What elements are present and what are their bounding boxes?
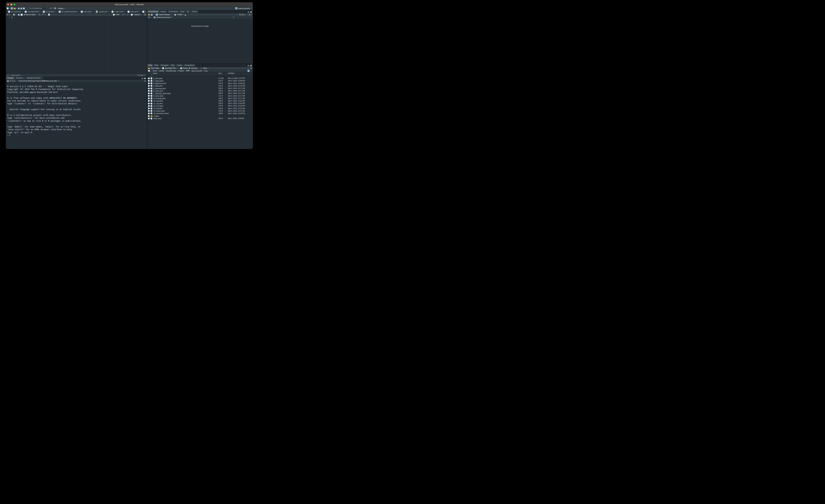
run-previous-icon[interactable]: [125, 13, 126, 16]
delete-button[interactable]: Delete: [180, 67, 188, 69]
more-button[interactable]: More: [201, 67, 209, 69]
file-checkbox[interactable]: [148, 97, 150, 99]
file-checkbox[interactable]: [148, 103, 150, 104]
find-replace-icon[interactable]: [39, 14, 40, 15]
maximize-pane-icon[interactable]: [250, 65, 252, 66]
file-checkbox[interactable]: [148, 100, 150, 102]
tab-files[interactable]: Files: [147, 64, 153, 67]
editor-tab[interactable]: 13_kpi.qmd: [42, 10, 58, 13]
list-view-button[interactable]: List: [239, 14, 246, 15]
save-all-button[interactable]: [20, 8, 22, 9]
file-checkbox[interactable]: [148, 113, 150, 114]
file-row[interactable]: 4_data.qmd161 BMar 6, 2024, 12:16 PM: [147, 85, 253, 87]
more-options-icon[interactable]: [250, 71, 252, 71]
close-tab-icon[interactable]: [41, 77, 42, 79]
compile-report-icon[interactable]: [48, 14, 50, 15]
tab-packages[interactable]: Packages: [160, 64, 170, 67]
open-directory-icon[interactable]: [58, 80, 59, 82]
file-checkbox[interactable]: [148, 110, 150, 112]
refresh-files-icon[interactable]: [250, 67, 252, 69]
rerun-icon[interactable]: [123, 13, 124, 16]
tab-viewer[interactable]: Viewer: [176, 64, 183, 67]
tab-build[interactable]: Build: [179, 10, 185, 13]
breadcrumb-item[interactable]: 授業: [186, 70, 190, 72]
refresh-environment-button[interactable]: [249, 13, 252, 16]
maximize-pane-icon[interactable]: [250, 11, 252, 13]
file-row[interactable]: 2_setup.qmd222 BMar 6, 2024, 12:08 PM: [147, 80, 253, 82]
editor-tab[interactable]: 14_report.qmd: [24, 10, 42, 13]
code-editor[interactable]: 1: [6, 16, 147, 74]
filetype-selector[interactable]: R Script: [137, 74, 146, 76]
minimize-pane-icon[interactable]: [248, 11, 249, 13]
file-row[interactable]: 10_mgt.qmd159 BMar 6, 2024, 12:18 PM: [147, 100, 253, 102]
editor-tab[interactable]: _quarto.yml: [95, 10, 110, 13]
run-button[interactable]: Run: [113, 14, 119, 15]
new-folder-button[interactable]: New Folder: [148, 67, 159, 69]
tab-presentation[interactable]: Presentation: [183, 64, 196, 67]
project-menu-button[interactable]: R data-accg-web: [235, 7, 252, 9]
console-input-line[interactable]: >: [7, 134, 147, 137]
workspace-panes-button[interactable]: [54, 7, 57, 9]
file-row[interactable]: 7_earnings_stock.qmd180 BMar 6, 2024, 12…: [147, 92, 253, 94]
file-checkbox[interactable]: [148, 90, 150, 92]
new-blank-file-button[interactable]: New Blank File: [162, 67, 177, 69]
maximize-pane-icon[interactable]: [144, 78, 146, 79]
tab-history[interactable]: History: [159, 10, 167, 13]
file-checkbox[interactable]: [148, 115, 150, 117]
scroll-tabs-left-icon[interactable]: [6, 11, 7, 13]
close-tab-icon[interactable]: [139, 11, 140, 12]
file-checkbox[interactable]: [148, 88, 150, 89]
new-project-button[interactable]: R: [11, 7, 13, 9]
close-tab-icon[interactable]: [78, 11, 79, 12]
file-row[interactable]: 14_report.qmd170 BMar 6, 2024, 12:21 PM: [147, 110, 253, 112]
select-all-checkbox[interactable]: [148, 70, 150, 72]
profiler-icon[interactable]: [144, 80, 146, 82]
tab-tutorial[interactable]: Tutorial: [191, 10, 199, 13]
tab-plots[interactable]: Plots: [153, 64, 159, 67]
editor-tab[interactable]: 15_experiment.qmd: [58, 10, 80, 13]
editor-tab[interactable]: index.qmd: [80, 10, 94, 13]
close-tab-icon[interactable]: [21, 11, 22, 12]
tab-connections[interactable]: Connections: [167, 10, 179, 13]
print-button[interactable]: [23, 8, 25, 9]
column-modified[interactable]: Modified: [228, 72, 253, 74]
breadcrumb-item[interactable]: class: [204, 70, 208, 72]
run-next-icon[interactable]: [127, 13, 128, 16]
breadcrumb-item[interactable]: Dropbox: [178, 70, 184, 72]
save-workspace-icon[interactable]: [151, 14, 153, 15]
close-tab-icon[interactable]: [108, 11, 109, 12]
editor-tab[interactable]: 1_intro.qmd: [110, 10, 126, 13]
memory-usage-button[interactable]: 72 MiB: [174, 14, 183, 15]
tab-console[interactable]: Console: [6, 76, 15, 80]
tab-help[interactable]: Help: [170, 64, 176, 67]
code-tools-icon[interactable]: [42, 14, 44, 16]
tab-background-jobs[interactable]: Background Jobs: [26, 76, 44, 80]
editor-tab[interactable]: 12_cost.qmd: [7, 10, 24, 13]
tab-environment[interactable]: Environment: [147, 10, 159, 13]
tab-git[interactable]: Git: [185, 10, 190, 13]
file-row[interactable]: 9_anomaly.qmd192 BMar 6, 2024, 12:17 PM: [147, 97, 253, 100]
language-selector[interactable]: R: [148, 16, 151, 18]
console-output[interactable]: R version 4.3.3 (2024-02-29) -- "Angel F…: [6, 82, 147, 137]
close-tab-icon[interactable]: [92, 11, 93, 12]
close-window-button[interactable]: [7, 4, 9, 5]
file-row[interactable]: 6_stock.qmd138 BMar 6, 2024, 12:17 PM: [147, 90, 253, 92]
file-row[interactable]: index.qmd101 BMar 3, 2024, 1:08 AM: [147, 117, 253, 120]
file-row-parent-dir[interactable]: ..: [147, 75, 253, 77]
file-row[interactable]: 5_earnings.qmd189 BMar 6, 2024, 12:17 PM: [147, 87, 253, 90]
environment-search-box[interactable]: [232, 16, 252, 18]
breadcrumb-item[interactable]: CloudStorage: [166, 70, 176, 72]
goto-file-function-input[interactable]: [29, 7, 46, 9]
addins-button[interactable]: Addins: [58, 7, 65, 9]
file-row[interactable]: 8_value.qmd171 BMar 6, 2024, 12:17 PM: [147, 95, 253, 97]
close-tab-icon[interactable]: [55, 11, 56, 12]
breadcrumb-item[interactable]: Library: [159, 70, 164, 72]
file-row[interactable]: 15_experiment.qmd148 BMar 6, 2024, 12:20…: [147, 112, 253, 115]
save-button[interactable]: [18, 8, 20, 9]
load-workspace-icon[interactable]: [148, 14, 150, 15]
version-control-button[interactable]: [50, 7, 53, 9]
tab-terminal[interactable]: Terminal: [15, 76, 25, 80]
file-checkbox[interactable]: [148, 107, 150, 109]
file-checkbox[interactable]: [148, 95, 150, 97]
file-row[interactable]: 11_cvp.qmd156 BMar 6, 2024, 12:18 PM: [147, 102, 253, 104]
